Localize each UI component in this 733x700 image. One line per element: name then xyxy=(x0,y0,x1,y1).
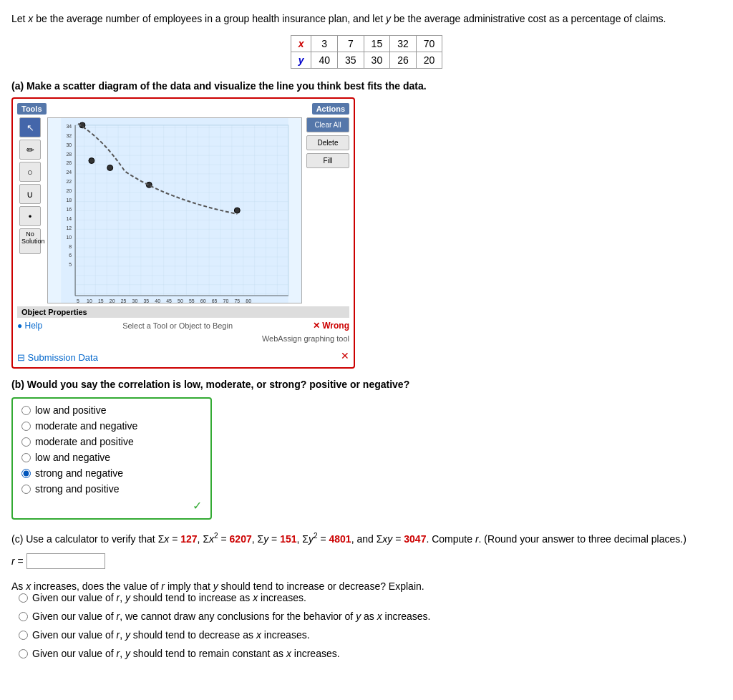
svg-text:28: 28 xyxy=(66,152,72,157)
actions-panel: Clear All Delete Fill xyxy=(306,117,349,303)
option-d2[interactable]: Given our value of r, we cannot draw any… xyxy=(11,611,722,622)
svg-text:50: 50 xyxy=(178,298,183,303)
svg-text:12: 12 xyxy=(66,225,72,230)
option-d1[interactable]: Given our value of r, y should tend to i… xyxy=(11,592,722,603)
pencil-tool-btn[interactable]: ✏ xyxy=(19,140,41,160)
dot-tool-btn[interactable]: • xyxy=(19,206,41,226)
data-table: x 37153270 y 4035302620 xyxy=(291,35,443,69)
option-moderate-negative[interactable]: moderate and negative xyxy=(21,420,202,432)
delete-btn[interactable]: Delete xyxy=(306,135,349,150)
curve-tool-btn[interactable]: ∪ xyxy=(19,184,41,204)
svg-text:70: 70 xyxy=(223,298,229,303)
part-b-label: (b) Would you say the correlation is low… xyxy=(11,379,722,390)
radio-d4[interactable] xyxy=(19,649,28,658)
part-c-label: (c) Use a calculator to verify that Σx =… xyxy=(11,530,722,548)
svg-text:55: 55 xyxy=(189,298,195,303)
label-d4: Given our value of r, y should tend to r… xyxy=(32,648,340,659)
wrong-badge: ✕ Wrong xyxy=(313,321,349,331)
svg-text:65: 65 xyxy=(212,298,218,303)
svg-text:30: 30 xyxy=(66,142,72,147)
point-3 xyxy=(107,165,113,170)
point-2 xyxy=(89,158,94,164)
fill-btn[interactable]: Fill xyxy=(306,153,349,168)
svg-text:25: 25 xyxy=(121,298,127,303)
intro-text: Let x be the average number of employees… xyxy=(11,11,722,26)
part-c-section: (c) Use a calculator to verify that Σx =… xyxy=(11,530,722,570)
option-d4[interactable]: Given our value of r, y should tend to r… xyxy=(11,648,722,659)
correct-checkmark: ✓ xyxy=(21,499,202,512)
submission-data-link[interactable]: ⊟ Submission Data xyxy=(17,352,98,363)
label-d3: Given our value of r, y should tend to d… xyxy=(32,629,310,641)
svg-text:35: 35 xyxy=(143,298,149,303)
label-moderate-negative: moderate and negative xyxy=(35,420,137,432)
svg-text:5: 5 xyxy=(69,262,72,267)
svg-text:24: 24 xyxy=(66,170,72,175)
object-properties-bar: Object Properties xyxy=(17,306,349,318)
svg-text:40: 40 xyxy=(155,298,160,303)
no-solution-btn[interactable]: No Solution xyxy=(19,228,41,254)
svg-text:34: 34 xyxy=(66,124,72,129)
part-a-label: (a) Make a scatter diagram of the data a… xyxy=(11,80,722,92)
actions-label: Actions xyxy=(312,103,349,115)
label-strong-negative: strong and negative xyxy=(35,467,123,479)
select-tool-btn[interactable]: ↖ xyxy=(19,117,41,137)
r-input-row: r = xyxy=(11,553,722,570)
svg-text:14: 14 xyxy=(66,216,72,221)
graph-close-btn[interactable]: ✕ xyxy=(341,350,349,361)
label-strong-positive: strong and positive xyxy=(35,483,120,495)
label-d1: Given our value of r, y should tend to i… xyxy=(32,592,306,603)
svg-text:80: 80 xyxy=(246,298,251,303)
svg-text:5: 5 xyxy=(77,298,79,303)
svg-text:15: 15 xyxy=(98,298,104,303)
svg-text:8: 8 xyxy=(69,244,72,249)
radio-d3[interactable] xyxy=(19,631,28,640)
svg-rect-1 xyxy=(75,125,288,296)
point-5 xyxy=(234,208,240,213)
clear-all-btn[interactable]: Clear All xyxy=(306,117,349,132)
chart-area[interactable]: 34 32 30 28 26 24 22 20 18 16 14 12 10 8… xyxy=(47,117,302,303)
part-b-radio-group: low and positive moderate and negative m… xyxy=(11,397,212,520)
radio-strong-negative[interactable] xyxy=(21,469,31,478)
radio-low-negative[interactable] xyxy=(21,453,31,462)
circle-tool-btn[interactable]: ○ xyxy=(19,162,41,182)
option-low-positive[interactable]: low and positive xyxy=(21,404,202,416)
chart-svg: 34 32 30 28 26 24 22 20 18 16 14 12 10 8… xyxy=(48,118,301,303)
tools-panel: ↖ ✏ ○ ∪ • No Solution xyxy=(17,117,43,303)
radio-d1[interactable] xyxy=(19,593,28,603)
svg-text:10: 10 xyxy=(87,298,92,303)
svg-text:26: 26 xyxy=(66,160,72,165)
option-moderate-positive[interactable]: moderate and positive xyxy=(21,436,202,447)
svg-text:22: 22 xyxy=(66,179,72,184)
svg-text:60: 60 xyxy=(200,298,206,303)
option-d3[interactable]: Given our value of r, y should tend to d… xyxy=(11,629,722,641)
help-link[interactable]: ● Help xyxy=(17,321,42,331)
graph-footer: ● Help Select a Tool or Object to Begin … xyxy=(17,321,349,331)
svg-text:10: 10 xyxy=(66,235,72,240)
radio-moderate-positive[interactable] xyxy=(21,437,31,447)
radio-low-positive[interactable] xyxy=(21,406,31,415)
svg-text:20: 20 xyxy=(110,298,115,303)
svg-text:18: 18 xyxy=(66,198,72,203)
radio-d2[interactable] xyxy=(19,612,28,621)
label-d2: Given our value of r, we cannot draw any… xyxy=(32,611,430,622)
tools-label: Tools xyxy=(17,103,47,115)
svg-text:6: 6 xyxy=(69,253,72,258)
r-value-input[interactable] xyxy=(26,553,105,569)
svg-text:30: 30 xyxy=(132,298,138,303)
option-strong-negative[interactable]: strong and negative xyxy=(21,467,202,479)
label-low-positive: low and positive xyxy=(35,404,107,416)
svg-text:20: 20 xyxy=(66,188,72,193)
svg-text:75: 75 xyxy=(234,298,240,303)
graph-tool-container: Tools Actions ↖ ✏ ○ ∪ • No Solution xyxy=(11,97,355,369)
radio-strong-positive[interactable] xyxy=(21,485,31,494)
svg-text:32: 32 xyxy=(66,133,72,138)
svg-text:16: 16 xyxy=(66,207,72,212)
option-strong-positive[interactable]: strong and positive xyxy=(21,483,202,495)
option-low-negative[interactable]: low and negative xyxy=(21,452,202,463)
label-moderate-positive: moderate and positive xyxy=(35,436,134,447)
svg-text:45: 45 xyxy=(166,298,172,303)
part-d-section: As x increases, does the value of r impl… xyxy=(11,580,722,659)
radio-moderate-negative[interactable] xyxy=(21,422,31,431)
select-prompt: Select a Tool or Object to Begin xyxy=(122,321,233,330)
label-low-negative: low and negative xyxy=(35,452,110,463)
